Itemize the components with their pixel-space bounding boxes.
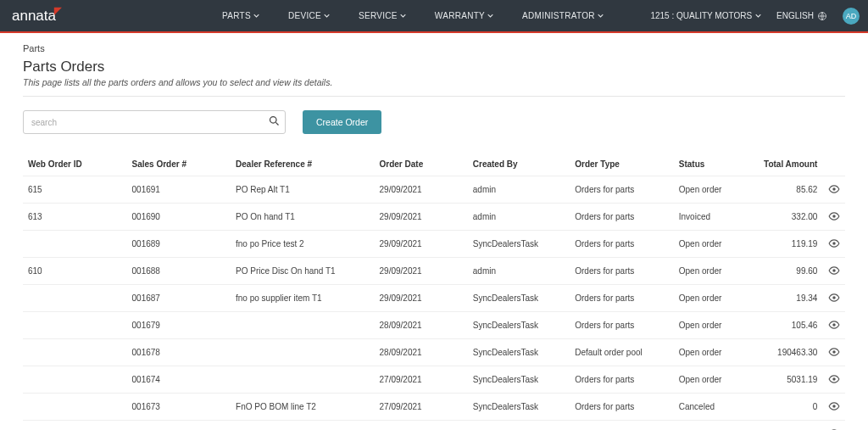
col-sales-order[interactable]: Sales Order #	[127, 153, 231, 176]
cell-sales-order: 001688	[127, 258, 231, 285]
cell-dealer-reference: fno po Price test 2	[231, 231, 374, 258]
dealer-selector[interactable]: 1215 : QUALITY MOTORS	[650, 11, 761, 20]
col-created-by[interactable]: Created By	[468, 153, 570, 176]
view-order-button[interactable]	[822, 204, 845, 231]
cell-web-order-id	[23, 421, 127, 431]
table-row[interactable]: 613001690PO On hand T129/09/2021adminOrd…	[23, 204, 845, 231]
menu-item-parts[interactable]: PARTS	[222, 11, 259, 20]
table-row[interactable]: 610001688PO Price Disc On hand T129/09/2…	[23, 258, 845, 285]
cell-web-order-id: 613	[23, 204, 127, 231]
cell-order-date: 27/09/2021	[375, 421, 468, 431]
cell-total-amount: 5031.19	[757, 366, 823, 394]
cell-status: Invoiced	[674, 204, 757, 231]
col-web-order-id[interactable]: Web Order ID	[23, 153, 127, 176]
cell-dealer-reference	[231, 312, 374, 339]
cell-order-type: Orders for parts	[570, 285, 674, 312]
cell-order-type: Orders for parts	[570, 366, 674, 394]
view-order-button[interactable]	[822, 258, 845, 285]
menu-item-device[interactable]: DEVICE	[288, 11, 330, 20]
cell-status: Open order	[674, 339, 757, 366]
cell-order-type: Orders for parts	[570, 204, 674, 231]
col-status[interactable]: Status	[674, 153, 757, 176]
page-subtitle: This page lists all the parts orders and…	[23, 77, 845, 87]
orders-table: Web Order ID Sales Order # Dealer Refere…	[23, 153, 845, 430]
cell-dealer-reference: FnO PO BOM line T2	[231, 394, 374, 421]
col-actions	[822, 153, 845, 176]
cell-status: Open order	[674, 231, 757, 258]
col-dealer-reference[interactable]: Dealer Reference #	[231, 153, 374, 176]
view-order-button[interactable]	[822, 285, 845, 312]
cell-created-by: admin	[468, 258, 570, 285]
main-menu: PARTS DEVICE SERVICE WARRANTY ADMINISTRA…	[222, 11, 604, 20]
cell-dealer-reference: PO On hand T1	[231, 204, 374, 231]
table-row[interactable]: 00167828/09/2021SyncDealersTaskDefault o…	[23, 339, 845, 366]
col-total-amount[interactable]: Total Amount	[757, 153, 823, 176]
logo-accent-icon: ◤	[54, 5, 61, 16]
logo[interactable]: annata◤	[12, 8, 61, 25]
cell-total-amount: 20187.57	[757, 421, 823, 431]
cell-status: Open order	[674, 258, 757, 285]
view-order-button[interactable]	[822, 394, 845, 421]
chevron-down-icon	[598, 13, 604, 19]
cell-status: Open order	[674, 421, 757, 431]
table-header-row: Web Order ID Sales Order # Dealer Refere…	[23, 153, 845, 176]
cell-web-order-id	[23, 285, 127, 312]
menu-item-administrator[interactable]: ADMINISTRATOR	[522, 11, 604, 20]
cell-status: Open order	[674, 176, 757, 204]
cell-web-order-id	[23, 339, 127, 366]
svg-point-7	[832, 323, 836, 327]
table-row[interactable]: 615001691PO Rep Alt T129/09/2021adminOrd…	[23, 176, 845, 204]
cell-order-date: 29/09/2021	[375, 258, 468, 285]
menu-item-warranty[interactable]: WARRANTY	[435, 11, 493, 20]
create-order-button[interactable]: Create Order	[303, 110, 381, 134]
cell-order-type: Orders for parts	[570, 421, 674, 431]
cell-sales-order: 001687	[127, 285, 231, 312]
view-order-button[interactable]	[822, 339, 845, 366]
table-row[interactable]: 001687fno po supplier item T129/09/2021S…	[23, 285, 845, 312]
chevron-down-icon	[253, 13, 259, 19]
cell-status: Canceled	[674, 394, 757, 421]
search-wrap	[23, 110, 286, 134]
table-row[interactable]: 00167427/09/2021SyncDealersTaskOrders fo…	[23, 366, 845, 394]
cell-status: Open order	[674, 312, 757, 339]
cell-created-by: SyncDealersTask	[468, 285, 570, 312]
avatar[interactable]: AD	[843, 8, 860, 25]
cell-web-order-id: 615	[23, 176, 127, 204]
cell-order-date: 29/09/2021	[375, 176, 468, 204]
view-order-button[interactable]	[822, 366, 845, 394]
cell-sales-order: 001691	[127, 176, 231, 204]
view-order-button[interactable]	[822, 176, 845, 204]
cell-total-amount: 99.60	[757, 258, 823, 285]
nav-right: 1215 : QUALITY MOTORS ENGLISH AD	[650, 8, 860, 25]
view-order-button[interactable]	[822, 231, 845, 258]
view-order-button[interactable]	[822, 312, 845, 339]
cell-order-type: Orders for parts	[570, 176, 674, 204]
cell-order-type: Orders for parts	[570, 394, 674, 421]
navbar: annata◤ PARTS DEVICE SERVICE WARRANTY AD…	[0, 0, 868, 31]
cell-total-amount: 332.00	[757, 204, 823, 231]
language-selector[interactable]: ENGLISH	[776, 11, 827, 21]
search-input[interactable]	[23, 110, 286, 134]
cell-sales-order: 001689	[127, 231, 231, 258]
table-row[interactable]: 001672FnO PO BOM T127/09/2021SyncDealers…	[23, 421, 845, 431]
divider	[23, 96, 845, 97]
chevron-down-icon	[324, 13, 330, 19]
search-icon[interactable]	[268, 114, 281, 131]
cell-created-by: SyncDealersTask	[468, 421, 570, 431]
table-row[interactable]: 001673FnO PO BOM line T227/09/2021SyncDe…	[23, 394, 845, 421]
breadcrumb[interactable]: Parts	[23, 43, 845, 53]
col-order-date[interactable]: Order Date	[375, 153, 468, 176]
cell-created-by: SyncDealersTask	[468, 312, 570, 339]
cell-dealer-reference: fno po supplier item T1	[231, 285, 374, 312]
svg-point-8	[832, 350, 836, 354]
cell-web-order-id: 610	[23, 258, 127, 285]
cell-order-type: Orders for parts	[570, 231, 674, 258]
table-row[interactable]: 001689fno po Price test 229/09/2021SyncD…	[23, 231, 845, 258]
view-order-button[interactable]	[822, 421, 845, 431]
cell-created-by: admin	[468, 204, 570, 231]
col-order-type[interactable]: Order Type	[570, 153, 674, 176]
cell-order-date: 27/09/2021	[375, 394, 468, 421]
cell-order-date: 28/09/2021	[375, 339, 468, 366]
table-row[interactable]: 00167928/09/2021SyncDealersTaskOrders fo…	[23, 312, 845, 339]
menu-item-service[interactable]: SERVICE	[359, 11, 406, 20]
